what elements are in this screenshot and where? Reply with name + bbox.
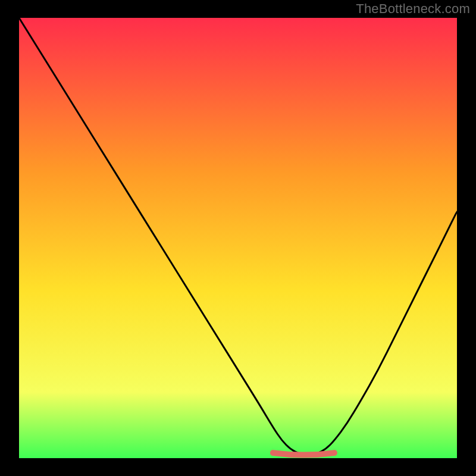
chart-frame: TheBottleneck.com — [0, 0, 476, 476]
chart-svg — [19, 18, 457, 458]
gradient-background — [19, 18, 457, 458]
valley-marker — [273, 453, 334, 455]
watermark-text: TheBottleneck.com — [356, 1, 470, 17]
plot-area — [19, 18, 457, 458]
